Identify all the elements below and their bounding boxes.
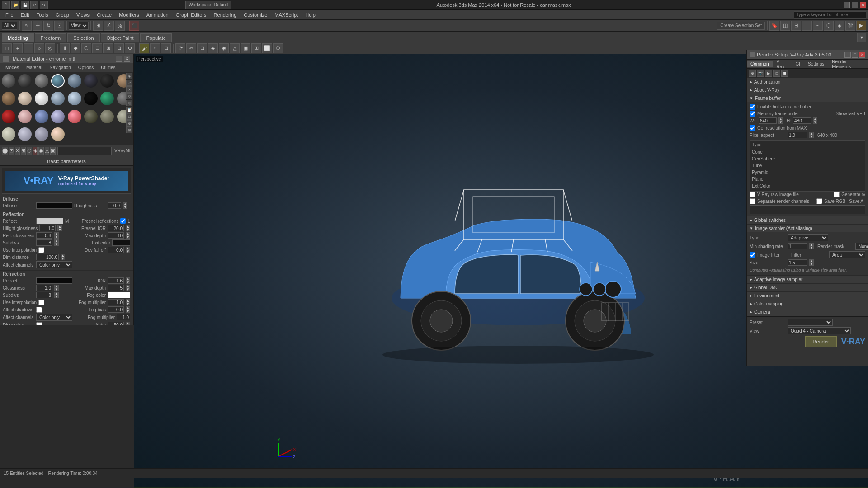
percent-snap[interactable]: % xyxy=(115,21,125,31)
render-icon-1[interactable]: ⚙ xyxy=(749,70,756,77)
schematic-view[interactable]: ⬡ xyxy=(824,21,834,31)
menu-maxscript[interactable]: MAXScript xyxy=(271,11,302,19)
mat-editor-minimize[interactable]: ─ xyxy=(116,56,122,62)
render-frame[interactable]: ⬛ xyxy=(129,21,139,31)
image-sampler-header[interactable]: ▼ Image sampler (Antialiasing) xyxy=(747,225,868,232)
chamfer[interactable]: ⬡ xyxy=(81,43,91,53)
mat-tab-material[interactable]: Material xyxy=(23,64,46,71)
mat-options[interactable]: ⚙ xyxy=(126,120,132,127)
adaptive-sampler-header[interactable]: ▶ Adaptive image sampler xyxy=(747,276,868,283)
ext-color-item[interactable]: Ext Color xyxy=(752,183,863,189)
mat-sphere-18[interactable] xyxy=(18,110,32,123)
filter-type-dropdown[interactable]: Area xyxy=(829,251,865,258)
menu-rendering[interactable]: Rendering xyxy=(210,11,241,19)
image-filter-checkbox[interactable] xyxy=(750,252,755,258)
layer-mgr[interactable]: ≡ xyxy=(802,21,812,31)
render-icon-4[interactable]: ⊡ xyxy=(773,70,780,77)
menu-edit[interactable]: Edit xyxy=(17,11,33,19)
max-depth-input[interactable]: 10 xyxy=(108,232,124,239)
mat-select-by-mat[interactable]: ⊡ xyxy=(126,113,132,120)
tab-object-paint[interactable]: Object Paint xyxy=(101,33,140,42)
extrude[interactable]: ⬆ xyxy=(60,43,70,53)
mat-views[interactable]: ⊟ xyxy=(126,127,132,133)
snap-toggle[interactable]: ⊞ xyxy=(93,21,103,31)
mat-tool-9[interactable]: ▣ xyxy=(50,147,56,155)
menu-help[interactable]: Help xyxy=(302,11,319,19)
fresnel-ior-input[interactable]: 20.0 xyxy=(108,225,124,231)
save-rgb-checkbox[interactable] xyxy=(816,198,822,204)
about-vray-header[interactable]: ▶ About V-Ray xyxy=(747,86,868,94)
render-setup-maximize[interactable]: □ xyxy=(852,52,858,58)
conform[interactable]: ⊡ xyxy=(161,43,171,53)
tab-expand[interactable]: ▼ xyxy=(857,33,866,42)
roughness-down[interactable]: ▼ xyxy=(123,206,127,209)
create-selection-set[interactable]: Create Selection Set xyxy=(717,22,765,30)
roughness-spinner[interactable]: ▲ ▼ xyxy=(123,202,127,209)
mat-sphere-7[interactable] xyxy=(100,74,114,88)
menu-tools[interactable]: Tools xyxy=(33,11,52,19)
mat-get-material[interactable]: ◈ xyxy=(126,73,132,79)
memory-fb-checkbox[interactable] xyxy=(750,111,755,117)
dev-falloff-input[interactable]: 0.0 xyxy=(108,247,124,253)
mat-sphere-6[interactable] xyxy=(84,74,98,88)
selection-set-dropdown[interactable]: All xyxy=(2,22,17,30)
new-btn[interactable]: 🗋 xyxy=(2,1,10,9)
render-tab-elements[interactable]: Render Elements xyxy=(828,58,868,70)
ior-input[interactable]: 1.6 xyxy=(108,277,124,284)
hilight-spinner[interactable]: ▲ ▼ xyxy=(57,225,62,231)
mat-paste[interactable]: 📋 xyxy=(126,107,132,113)
relax[interactable]: ≈ xyxy=(150,43,160,53)
mat-tool-4[interactable]: ⊞ xyxy=(21,147,26,155)
mat-sphere-13[interactable] xyxy=(68,92,81,105)
mat-sphere-28[interactable] xyxy=(51,127,65,141)
render-scene[interactable]: 🎬 xyxy=(845,21,855,31)
subdivs-input[interactable]: 8 xyxy=(36,239,52,246)
menu-animation[interactable]: Animation xyxy=(143,11,172,19)
move-tool[interactable]: ✛ xyxy=(33,21,42,31)
menu-file[interactable]: File xyxy=(2,11,17,19)
viewport-type-dropdown[interactable]: View xyxy=(69,22,89,30)
align-tool[interactable]: ⊟ xyxy=(791,21,801,31)
max-depth-refr-input[interactable] xyxy=(108,285,124,291)
cut[interactable]: ✂ xyxy=(186,43,196,53)
turbosmooth[interactable]: ◉ xyxy=(219,43,229,53)
mat-tool-6[interactable]: ◈ xyxy=(33,147,38,155)
workspace-label[interactable]: Workspace: Default xyxy=(185,1,231,9)
save-btn[interactable]: 💾 xyxy=(21,1,29,9)
render-width[interactable] xyxy=(759,117,777,124)
refract-color[interactable] xyxy=(36,277,72,284)
bevel[interactable]: ◆ xyxy=(71,43,80,53)
minimize-btn[interactable]: ─ xyxy=(844,2,850,8)
mat-tool-5[interactable]: ⬡ xyxy=(27,147,32,155)
scale-tool[interactable]: ⊡ xyxy=(54,21,64,31)
mat-delete[interactable]: ✕ xyxy=(126,86,132,93)
mat-sphere-23[interactable] xyxy=(100,110,114,123)
frame-buffer-header[interactable]: ▼ Frame buffer xyxy=(747,94,868,102)
mat-sphere-15[interactable] xyxy=(100,92,114,105)
mat-reset[interactable]: ↺ xyxy=(126,93,132,99)
render-height[interactable] xyxy=(793,117,811,124)
quick-render[interactable]: ▶ xyxy=(856,21,866,31)
global-dmc-header[interactable]: ▶ Global DMC xyxy=(747,284,868,291)
geosphere-item[interactable]: GeoSphere xyxy=(752,155,863,162)
rotate-tool[interactable]: ↻ xyxy=(43,21,53,31)
render-setup-close[interactable]: ✕ xyxy=(859,52,865,58)
use-interp-refr-checkbox[interactable] xyxy=(38,300,44,305)
abbe-input[interactable]: 50.0 xyxy=(108,322,124,325)
mat-sphere-22[interactable] xyxy=(84,110,98,123)
menu-graph-editors[interactable]: Graph Editors xyxy=(172,11,210,19)
subdivs-refr-input[interactable] xyxy=(36,292,52,298)
mat-sphere-19[interactable] xyxy=(35,110,48,123)
diffuse-color[interactable] xyxy=(36,202,72,209)
close-btn[interactable]: ✕ xyxy=(860,2,866,8)
shrink-sel[interactable]: - xyxy=(24,43,33,53)
render-icon-3[interactable]: ▶ xyxy=(765,70,772,77)
grow-sel[interactable]: + xyxy=(13,43,23,53)
render-mask-dropdown[interactable]: None xyxy=(855,243,868,250)
dim-distance-input[interactable]: 100.0 xyxy=(36,254,59,260)
render-button[interactable]: Render xyxy=(805,336,837,347)
mat-copy[interactable]: ⎘ xyxy=(126,100,132,106)
mat-tab-utilities[interactable]: Utilities xyxy=(97,64,119,71)
raw-img-checkbox[interactable] xyxy=(750,192,755,197)
undo-btn[interactable]: ↩ xyxy=(30,1,38,9)
